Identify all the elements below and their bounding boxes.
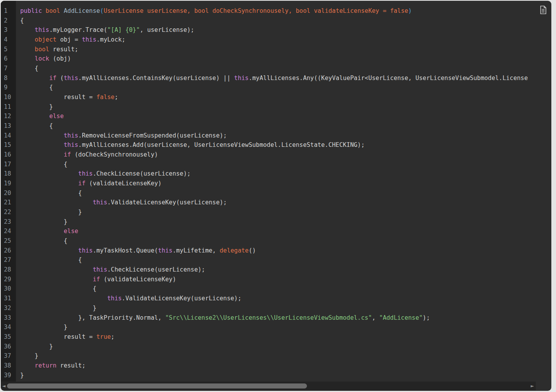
code-line: this.ValidateLicenseKey(userLicense); (20, 294, 551, 303)
line-number-gutter: 1234567891011121314151617181920212223242… (1, 1, 16, 382)
code-line: this.RemoveLicenseFromSuspended(userLice… (20, 131, 551, 141)
code-line: else (20, 226, 551, 236)
code-line: return result; (20, 361, 551, 371)
code-line: } (20, 217, 551, 227)
line-number: 28 (4, 265, 16, 275)
copy-code-button[interactable] (538, 5, 548, 16)
line-number: 15 (4, 140, 16, 150)
line-number: 34 (4, 322, 16, 332)
code-line: if (this.myAllLicenses.ContainsKey(userL… (20, 73, 551, 83)
line-number: 8 (4, 73, 16, 83)
line-number: 9 (4, 83, 16, 92)
line-number: 38 (4, 361, 16, 371)
scroll-right-arrow-icon[interactable]: ► (530, 382, 535, 390)
code-line: this.CheckLicense(userLicense); (20, 265, 551, 275)
line-number: 12 (4, 112, 16, 121)
code-line: this.ValidateLicenseKey(userLicense); (20, 198, 551, 207)
code-line: else (20, 112, 551, 121)
code-line: { (20, 83, 551, 92)
code-line: } (20, 207, 551, 217)
line-number: 36 (4, 342, 16, 352)
code-line: } (20, 342, 551, 352)
line-number: 5 (4, 45, 16, 54)
line-number: 13 (4, 121, 16, 131)
line-number: 21 (4, 198, 16, 207)
copy-document-icon (539, 10, 548, 16)
code-line: if (doCheckSynchronousely) (20, 150, 551, 160)
line-number: 11 (4, 102, 16, 112)
code-line: { (20, 255, 551, 265)
line-number: 23 (4, 217, 16, 227)
code-line: result = true; (20, 332, 551, 342)
code-line: { (20, 121, 551, 131)
gutter-numbers: 1234567891011121314151617181920212223242… (4, 6, 16, 380)
line-number: 18 (4, 169, 16, 179)
line-number: 14 (4, 131, 16, 141)
line-number: 3 (4, 25, 16, 35)
code-line: { (20, 64, 551, 73)
code-line: } (20, 102, 551, 112)
line-number: 35 (4, 332, 16, 342)
code-line: { (20, 160, 551, 169)
code-line: { (20, 16, 551, 26)
line-number: 29 (4, 275, 16, 284)
line-number: 19 (4, 179, 16, 188)
line-number: 32 (4, 303, 16, 313)
code-block: 1234567891011121314151617181920212223242… (1, 1, 551, 391)
code-line: if (validateLicenseKey) (20, 275, 551, 284)
line-number: 30 (4, 284, 16, 294)
code-line: this.myLogger.Trace("[A] {0}", userLicen… (20, 25, 551, 35)
code-line: bool result; (20, 45, 551, 54)
line-number: 2 (4, 16, 16, 26)
line-number: 26 (4, 246, 16, 256)
horizontal-scrollbar[interactable]: ◄ ► (1, 382, 536, 390)
line-number: 4 (4, 35, 16, 45)
scroll-left-arrow-icon[interactable]: ◄ (1, 382, 7, 390)
scrollbar-thumb[interactable] (7, 383, 307, 389)
line-number: 10 (4, 92, 16, 102)
line-number: 6 (4, 54, 16, 64)
code-line: }, TaskPriority.Normal, "Src\\License2\\… (20, 313, 551, 323)
line-number: 20 (4, 188, 16, 198)
code-line: } (20, 351, 551, 361)
code-line: object obj = this.myLock; (20, 35, 551, 45)
code-line: } (20, 303, 551, 313)
line-number: 16 (4, 150, 16, 160)
code-line: { (20, 188, 551, 198)
code-line: { (20, 236, 551, 246)
code-line: this.myTaskHost.Queue(this.myLifetime, d… (20, 246, 551, 256)
code-line: this.CheckLicense(userLicense); (20, 169, 551, 179)
code-area[interactable]: public bool AddLicense(UserLicense userL… (16, 1, 551, 382)
code-line: if (validateLicenseKey) (20, 179, 551, 188)
code-line: } (20, 322, 551, 332)
line-number: 39 (4, 371, 16, 380)
line-number: 1 (4, 6, 16, 16)
line-number: 22 (4, 207, 16, 217)
code-line: } (20, 371, 551, 380)
line-number: 17 (4, 160, 16, 169)
line-number: 7 (4, 64, 16, 73)
code-lines: public bool AddLicense(UserLicense userL… (20, 6, 551, 380)
line-number: 24 (4, 226, 16, 236)
code-line: { (20, 284, 551, 294)
code-line: this.myAllLicenses.Add(userLicense, User… (20, 140, 551, 150)
line-number: 31 (4, 294, 16, 303)
line-number: 33 (4, 313, 16, 323)
code-line: result = false; (20, 92, 551, 102)
line-number: 27 (4, 255, 16, 265)
code-line: public bool AddLicense(UserLicense userL… (20, 6, 551, 16)
code-line: lock (obj) (20, 54, 551, 64)
line-number: 25 (4, 236, 16, 246)
line-number: 37 (4, 351, 16, 361)
